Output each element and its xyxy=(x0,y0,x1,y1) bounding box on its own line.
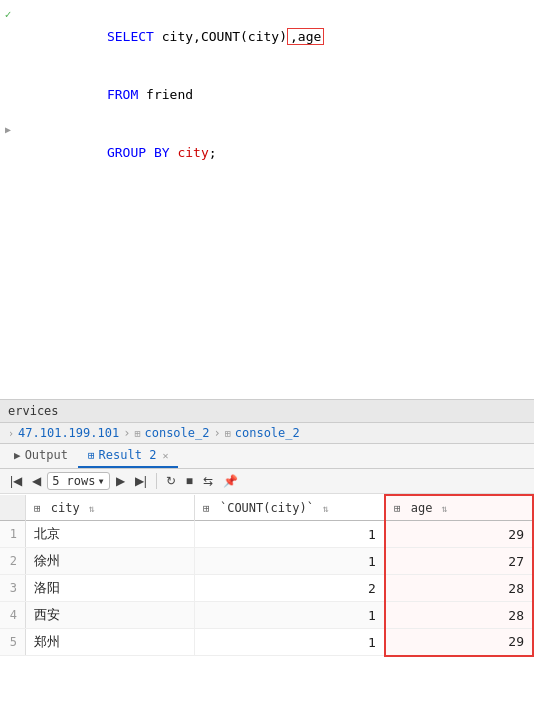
result-table: ⊞ city ⇅ ⊞ `COUNT(city)` ⇅ ⊞ age ⇅ xyxy=(0,494,534,657)
table-header-row: ⊞ city ⇅ ⊞ `COUNT(city)` ⇅ ⊞ age ⇅ xyxy=(0,495,533,521)
cell-count: 2 xyxy=(195,575,385,602)
result-table-container[interactable]: ⊞ city ⇅ ⊞ `COUNT(city)` ⇅ ⊞ age ⇅ xyxy=(0,494,534,726)
result-toolbar: |◀ ◀ 5 rows ▾ ▶ ▶| ↻ ■ ⇆ 📌 xyxy=(0,469,534,494)
keyword-select: SELECT xyxy=(107,29,162,44)
editor-line-1: ✓ SELECT city,COUNT(city),age xyxy=(0,8,534,66)
breadcrumb-sep1: › xyxy=(123,426,130,440)
line-number-2 xyxy=(16,66,56,88)
toolbar-sep1 xyxy=(156,473,157,489)
th-city[interactable]: ⊞ city ⇅ xyxy=(25,495,194,521)
highlight-age: ,age xyxy=(287,28,324,45)
tab-output-label: Output xyxy=(25,448,68,462)
cell-age: 28 xyxy=(385,575,533,602)
table-row: 5郑州129 xyxy=(0,629,533,656)
table-name: friend xyxy=(146,87,193,102)
th-count[interactable]: ⊞ `COUNT(city)` ⇅ xyxy=(195,495,385,521)
table-row: 1北京129 xyxy=(0,521,533,548)
breadcrumb-db1[interactable]: console_2 xyxy=(144,426,209,440)
cell-age: 29 xyxy=(385,629,533,656)
cell-age: 27 xyxy=(385,548,533,575)
last-page-button[interactable]: ▶| xyxy=(131,472,151,490)
tab-result2[interactable]: ⊞ Result 2 ✕ xyxy=(78,444,178,468)
cell-rownum: 4 xyxy=(0,602,25,629)
check-icon: ✓ xyxy=(5,8,12,21)
semicolon: ; xyxy=(209,145,217,160)
sql-editor[interactable]: ✓ SELECT city,COUNT(city),age FROM frien… xyxy=(0,0,534,400)
tab-output[interactable]: ▶ Output xyxy=(4,444,78,468)
rows-selector[interactable]: 5 rows ▾ xyxy=(47,472,110,490)
cell-city: 北京 xyxy=(25,521,194,548)
breadcrumb-db-icon2: ⊞ xyxy=(225,428,231,439)
count-col-icon: ⊞ xyxy=(203,502,210,515)
th-age[interactable]: ⊞ age ⇅ xyxy=(385,495,533,521)
keyword-groupby: GROUP BY xyxy=(107,145,177,160)
line-indicator-1: ✓ xyxy=(0,8,16,21)
tab-result2-label: Result 2 xyxy=(99,448,157,462)
services-bar: ervices xyxy=(0,400,534,423)
th-city-label: city xyxy=(51,501,80,515)
cell-age: 28 xyxy=(385,602,533,629)
city-col-icon: ⊞ xyxy=(34,502,41,515)
editor-line-3: ▶ GROUP BY city; xyxy=(0,124,534,182)
cell-rownum: 2 xyxy=(0,548,25,575)
line-number-1 xyxy=(16,8,56,30)
age-sort-icon[interactable]: ⇅ xyxy=(442,503,448,514)
breadcrumb-start-icon: › xyxy=(8,428,14,439)
refresh-button[interactable]: ↻ xyxy=(162,472,180,490)
line-content-1: SELECT city,COUNT(city),age xyxy=(56,8,534,66)
table-row: 2徐州127 xyxy=(0,548,533,575)
rows-dropdown-icon: ▾ xyxy=(97,474,104,488)
th-age-label: age xyxy=(411,501,433,515)
bottom-panel: ervices › 47.101.199.101 › ⊞ console_2 ›… xyxy=(0,400,534,726)
age-col-icon: ⊞ xyxy=(394,502,401,515)
cell-city: 郑州 xyxy=(25,629,194,656)
count-sort-icon[interactable]: ⇅ xyxy=(323,503,329,514)
breadcrumb-bar: › 47.101.199.101 › ⊞ console_2 › ⊞ conso… xyxy=(0,423,534,444)
breadcrumb-ip[interactable]: 47.101.199.101 xyxy=(18,426,119,440)
rows-label: 5 rows xyxy=(52,474,95,488)
tabs-bar: ▶ Output ⊞ Result 2 ✕ xyxy=(0,444,534,469)
export-button[interactable]: ⇆ xyxy=(199,472,217,490)
table-body: 1北京1292徐州1273洛阳2284西安1285郑州129 xyxy=(0,521,533,656)
prev-page-button[interactable]: ◀ xyxy=(28,472,45,490)
output-tab-icon: ▶ xyxy=(14,449,21,462)
result2-tab-icon: ⊞ xyxy=(88,449,95,462)
th-count-label: `COUNT(city)` xyxy=(220,501,314,515)
breadcrumb-db2[interactable]: console_2 xyxy=(235,426,300,440)
table-row: 3洛阳228 xyxy=(0,575,533,602)
cell-city: 徐州 xyxy=(25,548,194,575)
line-content-2: FROM friend xyxy=(56,66,534,124)
tab-result2-close[interactable]: ✕ xyxy=(162,450,168,461)
cell-age: 29 xyxy=(385,521,533,548)
breadcrumb-sep2: › xyxy=(213,426,220,440)
cell-city: 西安 xyxy=(25,602,194,629)
cell-count: 1 xyxy=(195,521,385,548)
cell-rownum: 3 xyxy=(0,575,25,602)
table-row: 4西安128 xyxy=(0,602,533,629)
stop-button[interactable]: ■ xyxy=(182,472,197,490)
cell-count: 1 xyxy=(195,602,385,629)
col-count: ,COUNT(city) xyxy=(193,29,287,44)
services-label: ervices xyxy=(8,404,59,418)
line-number-3 xyxy=(16,124,56,146)
next-page-button[interactable]: ▶ xyxy=(112,472,129,490)
first-page-button[interactable]: |◀ xyxy=(6,472,26,490)
city-sort-icon[interactable]: ⇅ xyxy=(89,503,95,514)
line-content-3: GROUP BY city; xyxy=(56,124,534,182)
cell-rownum: 5 xyxy=(0,629,25,656)
col-city: city xyxy=(162,29,193,44)
th-rownum xyxy=(0,495,25,521)
cell-count: 1 xyxy=(195,629,385,656)
pin-button[interactable]: 📌 xyxy=(219,472,242,490)
arrow-icon: ▶ xyxy=(5,124,11,135)
line-indicator-3: ▶ xyxy=(0,124,16,135)
editor-line-2: FROM friend xyxy=(0,66,534,124)
cell-city: 洛阳 xyxy=(25,575,194,602)
cell-count: 1 xyxy=(195,548,385,575)
cell-rownum: 1 xyxy=(0,521,25,548)
keyword-from: FROM xyxy=(107,87,146,102)
groupby-col: city xyxy=(177,145,208,160)
breadcrumb-db-icon1: ⊞ xyxy=(134,428,140,439)
